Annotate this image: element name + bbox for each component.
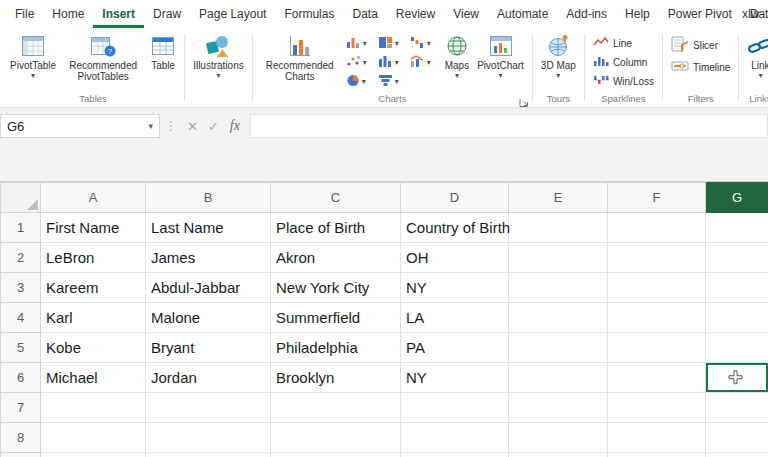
cell-D6[interactable]: NY bbox=[401, 363, 509, 393]
cell-B5[interactable]: Bryant bbox=[146, 333, 271, 363]
row-header-partial[interactable] bbox=[1, 453, 41, 457]
cancel-entry-icon[interactable]: ✕ bbox=[182, 119, 203, 134]
cell-B-partial[interactable] bbox=[146, 453, 271, 457]
sparkline-winloss-button[interactable]: Win/Loss bbox=[590, 73, 657, 89]
pivotchart-button[interactable]: PivotChart ▾ bbox=[474, 31, 527, 81]
insert-scatter-chart-button[interactable]: ▾ bbox=[344, 53, 376, 73]
cell-G2[interactable] bbox=[706, 243, 768, 273]
illustrations-button[interactable]: Illustrations ▾ bbox=[190, 31, 247, 81]
link-button[interactable]: Link ▾ bbox=[744, 31, 768, 81]
insert-statistic-chart-button[interactable]: ▾ bbox=[376, 53, 408, 73]
cell-D3[interactable]: NY bbox=[401, 273, 509, 303]
cell-F-partial[interactable] bbox=[608, 453, 706, 457]
cell-C3[interactable]: New York City bbox=[271, 273, 401, 303]
sparkline-line-button[interactable]: Line bbox=[590, 35, 657, 51]
cell-D1[interactable]: Country of Birth bbox=[401, 213, 509, 243]
cell-F4[interactable] bbox=[608, 303, 706, 333]
cell-C6[interactable]: Brooklyn bbox=[271, 363, 401, 393]
cell-E4[interactable] bbox=[509, 303, 608, 333]
cell-F7[interactable] bbox=[608, 393, 706, 423]
column-header-C[interactable]: C bbox=[271, 183, 401, 213]
cell-A7[interactable] bbox=[41, 393, 146, 423]
cell-F1[interactable] bbox=[608, 213, 706, 243]
cell-C-partial[interactable] bbox=[271, 453, 401, 457]
cell-G-partial[interactable] bbox=[706, 453, 768, 457]
cell-C8[interactable] bbox=[271, 423, 401, 453]
cell-C4[interactable]: Summerfield bbox=[271, 303, 401, 333]
name-box[interactable]: G6 ▾ bbox=[0, 114, 160, 138]
insert-funnel-chart-button[interactable]: ▾ bbox=[376, 72, 408, 92]
cell-F2[interactable] bbox=[608, 243, 706, 273]
select-all-corner[interactable] bbox=[1, 183, 41, 213]
cell-F8[interactable] bbox=[608, 423, 706, 453]
cell-B7[interactable] bbox=[146, 393, 271, 423]
row-header-3[interactable]: 3 bbox=[1, 273, 41, 303]
cell-B6[interactable]: Jordan bbox=[146, 363, 271, 393]
row-header-1[interactable]: 1 bbox=[1, 213, 41, 243]
cell-E-partial[interactable] bbox=[509, 453, 608, 457]
cell-G1[interactable] bbox=[706, 213, 768, 243]
recommended-pivottables-button[interactable]: ? Recommended PivotTables bbox=[61, 31, 145, 84]
ribbon-tab-file[interactable]: File bbox=[6, 0, 43, 28]
cell-D5[interactable]: PA bbox=[401, 333, 509, 363]
cell-G8[interactable] bbox=[706, 423, 768, 453]
row-header-2[interactable]: 2 bbox=[1, 243, 41, 273]
sparkline-column-button[interactable]: Column bbox=[590, 54, 657, 70]
cell-E7[interactable] bbox=[509, 393, 608, 423]
cell-A3[interactable]: Kareem bbox=[41, 273, 146, 303]
insert-column-chart-button[interactable]: ▾ bbox=[344, 34, 376, 54]
ribbon-tab-page-layout[interactable]: Page Layout bbox=[190, 0, 275, 28]
cell-C1[interactable]: Place of Birth bbox=[271, 213, 401, 243]
cell-E6[interactable] bbox=[509, 363, 608, 393]
ribbon-tab-draw[interactable]: Draw bbox=[144, 0, 190, 28]
cell-A2[interactable]: LeBron bbox=[41, 243, 146, 273]
cell-D4[interactable]: LA bbox=[401, 303, 509, 333]
cell-F3[interactable] bbox=[608, 273, 706, 303]
cell-A-partial[interactable] bbox=[41, 453, 146, 457]
cell-G7[interactable] bbox=[706, 393, 768, 423]
cell-C5[interactable]: Philadelphia bbox=[271, 333, 401, 363]
slicer-button[interactable]: Slicer bbox=[668, 35, 733, 55]
row-header-6[interactable]: 6 bbox=[1, 363, 41, 393]
confirm-entry-icon[interactable]: ✓ bbox=[203, 119, 224, 134]
cell-E1[interactable] bbox=[509, 213, 608, 243]
cell-B1[interactable]: Last Name bbox=[146, 213, 271, 243]
cell-C7[interactable] bbox=[271, 393, 401, 423]
cell-B3[interactable]: Abdul-Jabbar bbox=[146, 273, 271, 303]
cell-D8[interactable] bbox=[401, 423, 509, 453]
formula-bar-drag-handle[interactable]: ⋮ bbox=[160, 119, 182, 133]
cell-G5[interactable] bbox=[706, 333, 768, 363]
charts-dialog-launcher-icon[interactable] bbox=[519, 94, 530, 105]
insert-pie-chart-button[interactable]: ▾ bbox=[344, 72, 376, 92]
cell-A4[interactable]: Karl bbox=[41, 303, 146, 333]
formula-input[interactable] bbox=[250, 114, 768, 138]
insert-function-icon[interactable]: fx bbox=[224, 118, 246, 134]
ribbon-tab-formulas[interactable]: Formulas bbox=[275, 0, 343, 28]
cell-B4[interactable]: Malone bbox=[146, 303, 271, 333]
maps-button[interactable]: Maps ▾ bbox=[442, 31, 472, 81]
cell-F5[interactable] bbox=[608, 333, 706, 363]
cell-D2[interactable]: OH bbox=[401, 243, 509, 273]
ribbon-tab-review[interactable]: Review bbox=[387, 0, 444, 28]
insert-hierarchy-chart-button[interactable]: ▾ bbox=[376, 34, 408, 54]
table-button[interactable]: Table bbox=[147, 31, 179, 73]
cell-D-partial[interactable] bbox=[401, 453, 509, 457]
column-header-E[interactable]: E bbox=[509, 183, 608, 213]
cell-B2[interactable]: James bbox=[146, 243, 271, 273]
column-header-D[interactable]: D bbox=[401, 183, 509, 213]
ribbon-tab-power-pivot[interactable]: Power Pivot bbox=[659, 0, 741, 28]
ribbon-tab-insert[interactable]: Insert bbox=[93, 0, 144, 28]
column-header-G[interactable]: G bbox=[706, 183, 768, 213]
cell-G3[interactable] bbox=[706, 273, 768, 303]
cell-G6[interactable] bbox=[706, 363, 768, 393]
cell-E2[interactable] bbox=[509, 243, 608, 273]
row-header-4[interactable]: 4 bbox=[1, 303, 41, 333]
recommended-charts-button[interactable]: Recommended Charts bbox=[258, 31, 342, 84]
cell-F6[interactable] bbox=[608, 363, 706, 393]
cell-A5[interactable]: Kobe bbox=[41, 333, 146, 363]
ribbon-tab-home[interactable]: Home bbox=[43, 0, 93, 28]
column-header-A[interactable]: A bbox=[41, 183, 146, 213]
ribbon-tab-help[interactable]: Help bbox=[616, 0, 659, 28]
cell-A1[interactable]: First Name bbox=[41, 213, 146, 243]
ribbon-tab-data[interactable]: Data bbox=[343, 0, 386, 28]
